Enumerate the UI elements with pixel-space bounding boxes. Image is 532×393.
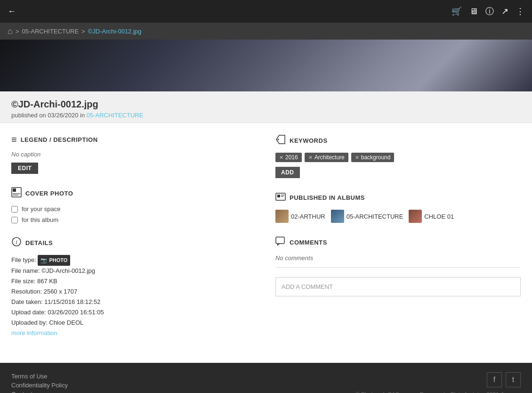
resolution-value: 2560 x 1707 xyxy=(44,288,78,295)
footer-links: Terms of Use Confidentiality Policy Cont… xyxy=(11,373,68,393)
album-chloe[interactable]: CHLOE 01 xyxy=(409,210,454,223)
right-col: KEYWORDS ✕ 2016 ✕ Architecture ✕ backgro… xyxy=(275,134,521,352)
album-name-chloe: CHLOE 01 xyxy=(424,213,454,220)
comments-heading: COMMENTS xyxy=(290,239,327,246)
file-type-badge: 📷 PHOTO xyxy=(38,255,70,266)
keywords-header: KEYWORDS xyxy=(275,134,521,147)
cover-header: COVER PHOTO xyxy=(11,187,257,200)
publish-info: published on 03/26/2020 in 05-ARCHITECTU… xyxy=(11,112,521,119)
date-taken-label: Date taken: xyxy=(11,298,43,305)
file-size-label: File size: xyxy=(11,278,35,285)
footer-right: f t © Photoweb SAS groupe Exacompta-Clai… xyxy=(355,372,521,393)
legend-header: ≡ LEGEND / DESCRIPTION xyxy=(11,134,257,145)
more-info-link[interactable]: more information xyxy=(11,329,57,336)
keyword-remove-architecture[interactable]: ✕ xyxy=(308,155,313,161)
breadcrumb-sep1: > xyxy=(16,28,19,35)
file-type-label: File type: xyxy=(11,256,36,263)
file-type-row: File type: 📷 PHOTO xyxy=(11,255,257,266)
resolution-row: Resolution: 2560 x 1707 xyxy=(11,287,257,297)
keyword-label-2016: 2016 xyxy=(285,154,298,161)
album-arthur[interactable]: 02-ARTHUR xyxy=(275,210,325,223)
comments-divider xyxy=(275,267,521,268)
upload-date-label: Upload date: xyxy=(11,309,46,316)
keyword-label-background: background xyxy=(361,154,391,161)
footer-contact-link[interactable]: Contact xyxy=(11,391,68,393)
keyword-tag-background: ✕ background xyxy=(351,153,395,162)
back-button[interactable]: ← xyxy=(8,7,16,16)
details-list: File type: 📷 PHOTO File name: ©JD-Archi-… xyxy=(11,255,257,338)
svg-rect-12 xyxy=(276,237,284,244)
albums-heading: PUBLISHED IN ALBUMS xyxy=(290,194,365,201)
facebook-icon[interactable]: f xyxy=(487,372,502,387)
file-type-badge-icon: 📷 xyxy=(40,256,47,265)
details-heading: DETAILS xyxy=(25,239,53,246)
uploaded-by-row: Uploaded by: Chloe DEOL xyxy=(11,318,257,328)
comments-icon xyxy=(275,236,286,249)
date-taken-row: Date taken: 11/15/2016 18:12:52 xyxy=(11,297,257,307)
svg-marker-13 xyxy=(277,244,280,246)
svg-rect-1 xyxy=(13,188,16,192)
footer-privacy-link[interactable]: Confidentiality Policy xyxy=(11,382,68,389)
legend-icon: ≡ xyxy=(11,134,17,145)
album-name-arthur: 02-ARTHUR xyxy=(291,213,325,220)
cover-space-label: for your space xyxy=(22,205,60,213)
svg-rect-9 xyxy=(277,195,280,197)
date-taken-value: 11/15/2016 18:12:52 xyxy=(44,298,100,305)
keyword-label-architecture: Architecture xyxy=(314,154,345,161)
edit-button[interactable]: EDIT xyxy=(11,163,38,174)
keyword-tag-2016: ✕ 2016 xyxy=(275,153,302,162)
publish-album-link[interactable]: 05-ARCHITECTURE xyxy=(87,112,144,119)
breadcrumb: ⌂ > 05-ARCHITECTURE > ©JD-Archi-0012.jpg xyxy=(0,23,532,40)
twitter-icon[interactable]: t xyxy=(506,372,521,387)
main-content: ≡ LEGEND / DESCRIPTION No caption EDIT C… xyxy=(0,123,532,363)
legend-section: ≡ LEGEND / DESCRIPTION No caption EDIT xyxy=(11,134,257,174)
keyword-remove-background[interactable]: ✕ xyxy=(355,155,359,161)
album-name-architecture: 05-ARCHITECTURE xyxy=(347,213,403,220)
legend-heading: LEGEND / DESCRIPTION xyxy=(21,136,98,143)
menu-icon[interactable]: ⋮ xyxy=(516,6,524,16)
keywords-section: KEYWORDS ✕ 2016 ✕ Architecture ✕ backgro… xyxy=(275,134,521,178)
album-thumb-archi xyxy=(331,210,344,223)
footer-terms-link[interactable]: Terms of Use xyxy=(11,373,68,380)
social-icons: f t xyxy=(487,372,521,387)
albums-row: 02-ARTHUR 05-ARCHITECTURE CHLOE 01 xyxy=(275,210,521,223)
left-col: ≡ LEGEND / DESCRIPTION No caption EDIT C… xyxy=(11,134,257,352)
cover-space-checkbox[interactable] xyxy=(11,206,18,213)
uploaded-by-label: Uploaded by: xyxy=(11,319,48,326)
resolution-label: Resolution: xyxy=(11,288,42,295)
footer-copyright: © Photoweb SAS groupe Exacompta-Clairefo… xyxy=(355,391,521,393)
share-icon[interactable]: ↗ xyxy=(501,6,508,16)
add-keyword-button[interactable]: ADD xyxy=(275,167,300,178)
albums-section: PUBLISHED IN ALBUMS 02-ARTHUR 05-ARCHITE… xyxy=(275,191,521,223)
footer: Terms of Use Confidentiality Policy Cont… xyxy=(0,363,532,393)
no-caption: No caption xyxy=(11,151,257,158)
svg-text:i: i xyxy=(16,239,17,246)
breadcrumb-folder[interactable]: 05-ARCHITECTURE xyxy=(22,28,79,35)
comments-section: COMMENTS No comments ADD A COMMENT xyxy=(275,236,521,296)
add-comment-input[interactable]: ADD A COMMENT xyxy=(275,277,521,296)
file-name-row: File name: ©JD-Archi-0012.jpg xyxy=(11,266,257,276)
basket-icon[interactable]: 🛒 xyxy=(451,6,462,16)
top-nav: ← 🛒 🖥 ⓘ ↗ ⋮ xyxy=(0,0,532,23)
cover-photo-section: COVER PHOTO for your space for this albu… xyxy=(11,187,257,223)
cover-icon xyxy=(11,187,22,200)
monitor-icon[interactable]: 🖥 xyxy=(469,7,478,16)
album-architecture[interactable]: 05-ARCHITECTURE xyxy=(331,210,403,223)
albums-header: PUBLISHED IN ALBUMS xyxy=(275,191,521,204)
keywords-icon xyxy=(275,134,286,147)
details-icon: i xyxy=(11,237,22,249)
cover-checkbox-album: for this album xyxy=(11,216,257,223)
keyword-remove-2016[interactable]: ✕ xyxy=(279,155,283,161)
svg-point-7 xyxy=(278,139,279,140)
details-section: i DETAILS File type: 📷 PHOTO File name: … xyxy=(11,237,257,338)
file-size-value: 867 KB xyxy=(37,278,57,285)
file-name-label: File name: xyxy=(11,267,40,274)
page-title-area: ©JD-Archi-0012.jpg published on 03/26/20… xyxy=(0,91,532,123)
info-icon[interactable]: ⓘ xyxy=(485,6,494,17)
home-icon[interactable]: ⌂ xyxy=(8,26,13,36)
uploaded-by-value: Chloe DEOL xyxy=(49,319,83,326)
keyword-tags: ✕ 2016 ✕ Architecture ✕ background xyxy=(275,153,521,162)
cover-album-checkbox[interactable] xyxy=(11,217,18,223)
file-type-badge-value: PHOTO xyxy=(49,256,67,265)
cover-checkbox-space: for your space xyxy=(11,205,257,213)
